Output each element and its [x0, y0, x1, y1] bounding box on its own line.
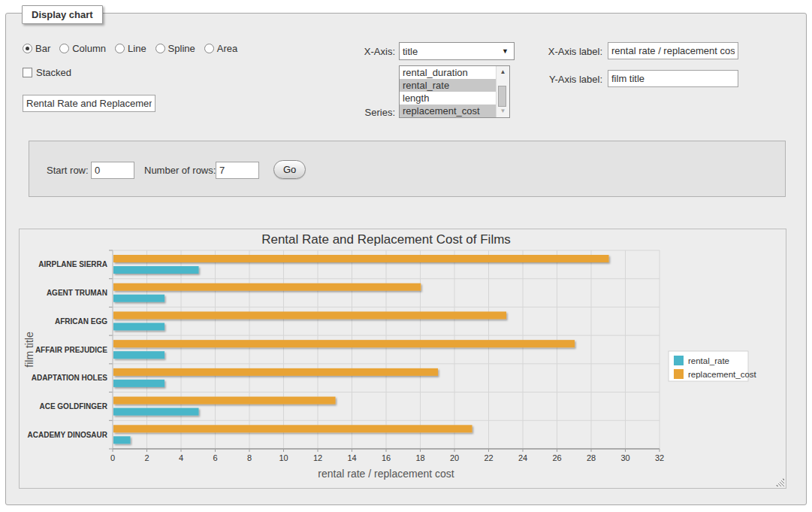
stacked-label: Stacked — [36, 67, 71, 78]
scroll-up-icon[interactable]: ▲ — [497, 67, 509, 77]
bar-rental_rate[interactable] — [113, 266, 199, 274]
radio-icon[interactable] — [115, 44, 125, 53]
x-axis-select[interactable]: title ▼ — [399, 42, 515, 60]
x-tick-label: 2 — [144, 453, 149, 462]
legend-swatch-replacement_cost[interactable] — [674, 369, 684, 379]
radio-label: Column — [72, 43, 106, 54]
chart-legend: rental_ratereplacement_cost — [669, 351, 757, 381]
chart-type-radiogroup: BarColumnLineSplineArea — [23, 43, 237, 54]
bar-rental_rate[interactable] — [113, 295, 165, 302]
display-chart-fieldset: Display chart BarColumnLineSplineArea St… — [5, 13, 807, 505]
legend-label-rental_rate[interactable]: rental_rate — [688, 356, 729, 365]
bar-replacement_cost[interactable] — [113, 283, 421, 291]
radio-icon[interactable] — [204, 44, 214, 53]
radio-icon[interactable] — [23, 44, 32, 53]
start-row-label: Start row: — [47, 165, 89, 176]
x-axis-selected-value: title — [403, 46, 502, 57]
series-option-rental_rate[interactable]: rental_rate — [400, 79, 496, 92]
series-option-replacement_cost[interactable]: replacement_cost — [400, 105, 496, 117]
bar-replacement_cost[interactable] — [113, 255, 609, 262]
radio-spline[interactable]: Spline — [155, 43, 195, 54]
radio-icon[interactable] — [59, 44, 69, 53]
legend-label-replacement_cost[interactable]: replacement_cost — [688, 370, 757, 379]
bar-replacement_cost[interactable] — [113, 340, 575, 347]
x-tick-label: 0 — [110, 453, 115, 462]
x-tick-label: 16 — [382, 453, 391, 462]
scrollbar-thumb[interactable] — [498, 86, 506, 107]
category-label: AGENT TRUMAN — [47, 289, 107, 297]
x-tick-label: 8 — [247, 453, 252, 462]
radio-column[interactable]: Column — [59, 43, 106, 54]
rows-panel: Start row: Number of rows: Go — [29, 141, 786, 197]
chart-panel: 02468101214161820222426283032AIRPLANE SI… — [19, 229, 786, 489]
chart-svg: 02468101214161820222426283032AIRPLANE SI… — [20, 229, 786, 488]
x-tick-label: 26 — [552, 453, 561, 462]
category-label: ADAPTATION HOLES — [32, 374, 108, 382]
checkbox-icon[interactable] — [23, 68, 32, 77]
category-label: AFRICAN EGG — [55, 317, 107, 326]
bar-rental_rate[interactable] — [113, 351, 165, 359]
bar-rental_rate[interactable] — [113, 408, 199, 416]
x-axis-title: rental rate / replacement cost — [318, 468, 454, 480]
num-rows-label: Number of rows: — [144, 165, 216, 176]
x-tick-label: 18 — [415, 453, 424, 462]
x-tick-label: 28 — [587, 453, 596, 462]
x-tick-label: 14 — [347, 453, 356, 462]
radio-label: Spline — [168, 43, 195, 54]
radio-label: Area — [217, 43, 237, 54]
x-tick-label: 20 — [450, 453, 459, 462]
radio-area[interactable]: Area — [204, 43, 237, 54]
radio-label: Bar — [35, 43, 50, 54]
bar-rental_rate[interactable] — [113, 436, 131, 444]
bar-replacement_cost[interactable] — [113, 397, 336, 404]
series-listbox-label: Series: — [328, 107, 395, 118]
x-tick-label: 6 — [213, 453, 217, 462]
chart-title: Rental Rate and Replacement Cost of Film… — [261, 232, 511, 247]
series-option-rental_duration[interactable]: rental_duration — [400, 66, 496, 79]
go-button[interactable]: Go — [273, 160, 306, 179]
series-option-length[interactable]: length — [400, 92, 496, 105]
radio-bar[interactable]: Bar — [23, 43, 50, 54]
bar-replacement_cost[interactable] — [113, 368, 438, 376]
category-label: AFFAIR PREJUDICE — [35, 346, 107, 354]
start-row-input[interactable] — [91, 162, 134, 179]
y-axis-label-input[interactable] — [608, 70, 738, 87]
y-axis-label-label: Y-Axis label: — [527, 74, 602, 85]
y-axis-title: film title — [23, 332, 35, 368]
bar-replacement_cost[interactable] — [113, 311, 506, 319]
x-tick-label: 32 — [655, 453, 664, 462]
legend-swatch-rental_rate[interactable] — [674, 356, 684, 365]
x-tick-label: 30 — [620, 453, 629, 462]
x-tick-label: 4 — [179, 453, 183, 462]
bar-rental_rate[interactable] — [113, 323, 165, 330]
chart-title-input[interactable] — [23, 95, 155, 112]
category-label: AIRPLANE SIERRA — [38, 260, 107, 268]
scroll-down-icon[interactable]: ▼ — [497, 106, 509, 117]
stacked-checkbox[interactable]: Stacked — [23, 67, 71, 78]
radio-icon[interactable] — [155, 44, 165, 53]
bar-rental_rate[interactable] — [113, 380, 165, 387]
x-axis-select-label: X-Axis: — [328, 46, 395, 57]
fieldset-legend: Display chart — [22, 5, 103, 24]
bar-replacement_cost[interactable] — [113, 425, 472, 432]
series-listbox[interactable]: rental_durationrental_ratelengthreplacem… — [399, 65, 510, 118]
x-axis-label-input[interactable] — [608, 42, 738, 59]
chevron-down-icon: ▼ — [502, 47, 509, 55]
series-listbox-items: rental_durationrental_ratelengthreplacem… — [400, 66, 496, 117]
category-label: ACE GOLDFINGER — [39, 402, 107, 411]
x-tick-label: 24 — [518, 453, 527, 462]
radio-line[interactable]: Line — [115, 43, 146, 54]
radio-label: Line — [128, 43, 146, 54]
num-rows-input[interactable] — [216, 162, 259, 179]
x-tick-label: 12 — [313, 453, 322, 462]
x-tick-label: 10 — [279, 453, 288, 462]
series-listbox-scrollbar[interactable]: ▲ ▼ — [496, 66, 509, 117]
x-tick-label: 22 — [484, 453, 493, 462]
x-axis-label-label: X-Axis label: — [527, 46, 602, 57]
category-label: ACADEMY DINOSAUR — [28, 431, 108, 439]
